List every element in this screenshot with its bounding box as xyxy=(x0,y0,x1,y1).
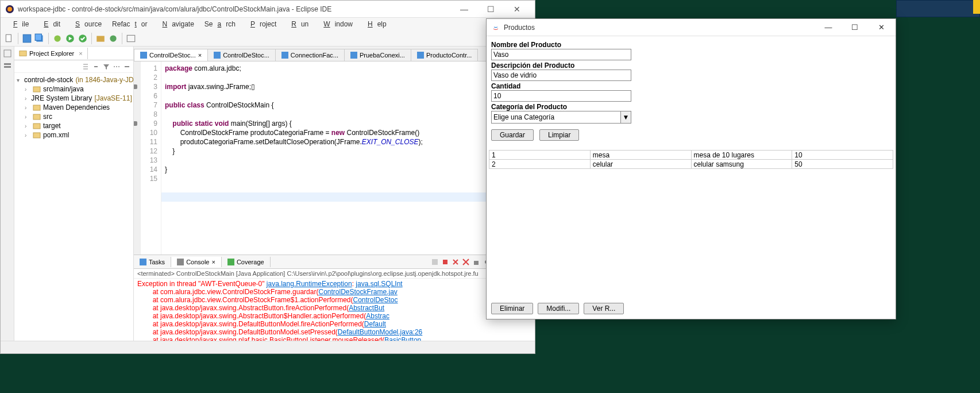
label-cantidad: Cantidad xyxy=(491,82,891,90)
modificar-button[interactable]: Modifi... xyxy=(538,303,579,314)
editor-tab[interactable]: ControlDeStoc... xyxy=(207,49,276,61)
project-tree[interactable]: ▾ control-de-stock (in 1846-Java-y-JD ›s… xyxy=(14,73,133,353)
editor-tabs: ControlDeStoc...×ControlDeStoc...Connect… xyxy=(134,47,535,61)
eliminar-button[interactable]: Eliminar xyxy=(491,303,533,314)
svg-point-10 xyxy=(110,35,116,41)
table-row[interactable]: 2celularcelular samsung50 xyxy=(489,160,893,169)
close-button[interactable]: ✕ xyxy=(504,1,530,18)
close-button[interactable]: ✕ xyxy=(868,20,894,36)
guardar-button[interactable]: Guardar xyxy=(491,129,534,141)
menu-refactor[interactable]: Refactor xyxy=(107,19,152,29)
input-cantidad[interactable] xyxy=(491,90,631,102)
close-icon[interactable]: × xyxy=(79,50,82,57)
menu-source[interactable]: Source xyxy=(66,19,106,29)
code-area[interactable]: package com.alura.jdbc;import javax.swin… xyxy=(161,61,535,255)
save-all-icon[interactable] xyxy=(34,33,45,44)
minimize-button[interactable]: — xyxy=(451,1,477,18)
save-icon[interactable] xyxy=(22,33,32,44)
menu-help[interactable]: Help xyxy=(358,19,391,29)
menu-search[interactable]: Search xyxy=(200,19,240,29)
clear-console-icon[interactable] xyxy=(430,257,439,267)
link-editor-icon[interactable] xyxy=(92,63,100,71)
tree-root-label: control-de-stock xyxy=(24,76,73,84)
label-descripcion: Descripción del Producto xyxy=(491,61,891,70)
maximize-button[interactable]: ☐ xyxy=(842,20,868,36)
menu-project[interactable]: Project xyxy=(241,19,281,29)
tree-item[interactable]: ›pom.xml xyxy=(17,130,131,140)
outline-icon[interactable] xyxy=(3,61,12,71)
input-nombre[interactable] xyxy=(491,49,631,60)
productos-table[interactable]: 1mesamesa de 10 lugares102celularcelular… xyxy=(489,150,893,169)
menu-file[interactable]: File xyxy=(4,19,33,29)
tree-root-suffix: (in 1846-Java-y-JD xyxy=(75,76,133,84)
run-icon[interactable] xyxy=(65,33,75,44)
debug-icon[interactable] xyxy=(52,33,63,44)
menu-edit[interactable]: Edit xyxy=(34,19,65,29)
menu-window[interactable]: Window xyxy=(314,19,357,29)
tree-root[interactable]: ▾ control-de-stock (in 1846-Java-y-JD xyxy=(17,75,131,84)
productos-titlebar[interactable]: Productos — ☐ ✕ xyxy=(487,19,896,36)
restore-icon[interactable] xyxy=(3,49,12,58)
tab-coverage[interactable]: Coverage xyxy=(222,257,271,267)
coverage-icon[interactable] xyxy=(78,33,88,44)
remove-icon[interactable] xyxy=(451,257,460,267)
svg-rect-32 xyxy=(350,52,357,59)
svg-rect-39 xyxy=(474,261,479,265)
console-info: <terminated> ControlDeStockMain [Java Ap… xyxy=(134,269,535,279)
minimize-view-icon[interactable] xyxy=(123,63,131,71)
open-type-icon[interactable] xyxy=(126,33,136,44)
menu-navigate[interactable]: Navigate xyxy=(153,19,198,29)
svg-rect-33 xyxy=(417,52,424,59)
tree-item[interactable]: ›src/main/java xyxy=(17,84,131,94)
menu-run[interactable]: Run xyxy=(282,19,313,29)
console-tabs: Tasks Console× Coverage xyxy=(134,255,535,269)
svg-rect-30 xyxy=(214,52,221,59)
line-gutter: 1236789101112131415 xyxy=(141,61,161,255)
svg-rect-21 xyxy=(125,66,129,67)
editor-tab[interactable]: ControlDeStoc...× xyxy=(134,49,208,61)
svg-rect-34 xyxy=(140,259,146,265)
menubar: File Edit Source Refactor Navigate Searc… xyxy=(1,18,535,30)
svg-rect-23 xyxy=(33,87,40,92)
table-row[interactable]: 1mesamesa de 10 lugares10 xyxy=(489,151,893,160)
view-menu-icon[interactable] xyxy=(113,63,121,71)
input-descripcion[interactable] xyxy=(491,70,631,81)
filter-icon[interactable] xyxy=(102,63,110,71)
svg-rect-35 xyxy=(177,259,184,265)
project-explorer-label: Project Explorer xyxy=(29,50,74,57)
tab-tasks[interactable]: Tasks xyxy=(134,257,171,267)
svg-rect-11 xyxy=(127,35,135,41)
editor-tab[interactable]: PruebaConexi... xyxy=(344,49,411,61)
svg-rect-31 xyxy=(281,52,288,59)
project-explorer-tab[interactable]: Project Explorer × xyxy=(14,48,88,59)
close-icon[interactable]: × xyxy=(211,259,215,265)
ver-button[interactable]: Ver R... xyxy=(584,303,624,314)
tab-console[interactable]: Console× xyxy=(171,257,222,267)
table-wrap[interactable]: 1mesamesa de 10 lugares102celularcelular… xyxy=(487,150,896,298)
select-categoria-text: Elige una Categoría xyxy=(492,113,620,121)
svg-rect-36 xyxy=(227,259,234,265)
new-class-icon[interactable] xyxy=(108,33,118,44)
svg-rect-2 xyxy=(6,34,11,41)
taskbar-background xyxy=(896,0,980,17)
new-icon[interactable] xyxy=(4,33,14,44)
collapse-all-icon[interactable] xyxy=(82,63,90,71)
tree-item[interactable]: ›target xyxy=(17,121,131,130)
new-package-icon[interactable] xyxy=(95,33,106,44)
select-categoria[interactable]: Elige una Categoría ▼ xyxy=(491,111,631,124)
terminate-icon[interactable] xyxy=(441,257,450,267)
eclipse-titlebar[interactable]: workspace-jdbc - control-de-stock/src/ma… xyxy=(1,1,535,18)
tree-item[interactable]: ›src xyxy=(17,112,131,121)
svg-rect-29 xyxy=(140,52,147,59)
maximize-button[interactable]: ☐ xyxy=(477,1,504,18)
tree-item[interactable]: ›Maven Dependencies xyxy=(17,103,131,112)
remove-all-icon[interactable] xyxy=(461,257,470,267)
editor-tab[interactable]: ProductoContr... xyxy=(411,49,479,61)
limpiar-button[interactable]: Limpiar xyxy=(539,129,579,141)
chevron-down-icon[interactable]: ▼ xyxy=(620,111,631,123)
minimize-button[interactable]: — xyxy=(815,20,842,36)
scroll-lock-icon[interactable] xyxy=(472,257,481,267)
tree-item[interactable]: ›JRE System Library [JavaSE-11] xyxy=(17,94,131,103)
editor-tab[interactable]: ConnectionFac... xyxy=(275,49,345,61)
project-explorer-tab-row: Project Explorer × xyxy=(14,47,133,60)
